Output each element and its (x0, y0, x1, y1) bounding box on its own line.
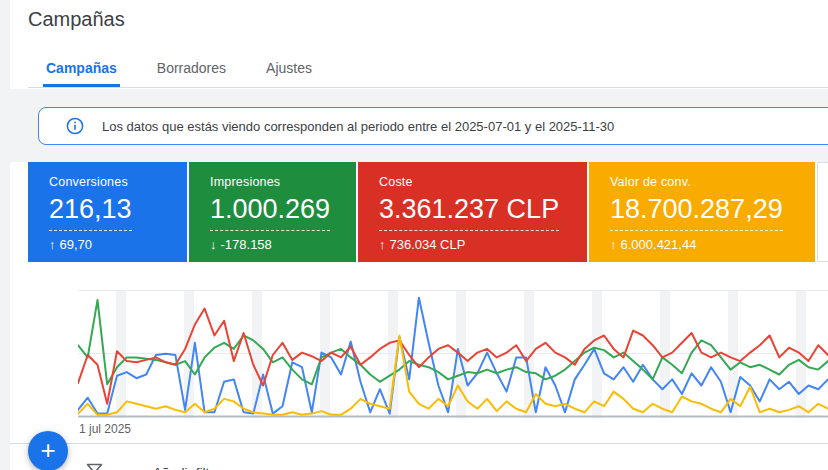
page-title: Campañas (28, 8, 125, 31)
scorecard-impresiones[interactable]: Impresiones 1.000.269 ↓ -178.158 (189, 162, 356, 262)
date-range-banner: Los datos que estás viendo corresponden … (38, 107, 828, 145)
scorecard-row: Conversiones 216,13 ↑ 69,70 Impresiones … (28, 162, 815, 262)
performance-chart-svg (78, 290, 828, 418)
scorecard-delta-value: 6.000.421,44 (621, 237, 697, 252)
left-edge-strip (0, 0, 10, 470)
add-campaign-fab[interactable]: + (28, 431, 68, 470)
scorecard-delta: ↑ 69,70 (49, 237, 173, 252)
scorecard-value: 216,13 (49, 194, 132, 231)
scorecard-label: Impresiones (210, 175, 342, 189)
tab-borradores[interactable]: Borradores (154, 60, 229, 87)
chart-start-date-label: 1 jul 2025 (79, 422, 131, 436)
scorecard-next-partial[interactable] (817, 162, 828, 262)
scorecard-coste[interactable]: Coste 3.361.237 CLP ↑ 736.034 CLP (358, 162, 587, 262)
tab-bar: Campañas Borradores Ajustes (28, 54, 828, 88)
filter-label: Añadir filtro (153, 465, 221, 470)
scorecard-value: 18.700.287,29 (610, 194, 783, 231)
plus-icon: + (40, 437, 55, 463)
scorecard-delta: ↑ 736.034 CLP (379, 237, 573, 252)
scorecard-conversiones[interactable]: Conversiones 216,13 ↑ 69,70 (28, 162, 187, 262)
scorecard-value: 3.361.237 CLP (379, 194, 559, 231)
scorecard-delta: ↓ -178.158 (210, 237, 342, 252)
scorecard-delta-value: -178.158 (221, 237, 272, 252)
arrow-down-icon: ↓ (210, 237, 217, 252)
scorecard-delta: ↑ 6.000.421,44 (610, 237, 801, 252)
scorecard-delta-value: 69,70 (60, 237, 93, 252)
campaigns-page: Campañas Campañas Borradores Ajustes Los… (0, 0, 828, 470)
tab-ajustes[interactable]: Ajustes (263, 60, 315, 87)
info-icon (66, 117, 84, 135)
filter-funnel-icon (86, 463, 103, 470)
tab-campanas[interactable]: Campañas (43, 60, 120, 87)
performance-chart[interactable] (78, 290, 828, 418)
arrow-up-icon: ↑ (610, 237, 617, 252)
scorecard-valor-conv[interactable]: Valor de conv. 18.700.287,29 ↑ 6.000.421… (589, 162, 815, 262)
arrow-up-icon: ↑ (379, 237, 386, 252)
scorecard-value: 1.000.269 (210, 194, 330, 231)
banner-text: Los datos que estás viendo corresponden … (102, 119, 614, 134)
divider (10, 443, 828, 444)
scorecard-delta-value: 736.034 CLP (390, 237, 466, 252)
scorecard-label: Valor de conv. (610, 175, 801, 189)
filter-bar[interactable]: Añadir filtro (86, 463, 221, 470)
scorecard-label: Coste (379, 175, 573, 189)
scorecard-label: Conversiones (49, 175, 173, 189)
arrow-up-icon: ↑ (49, 237, 56, 252)
